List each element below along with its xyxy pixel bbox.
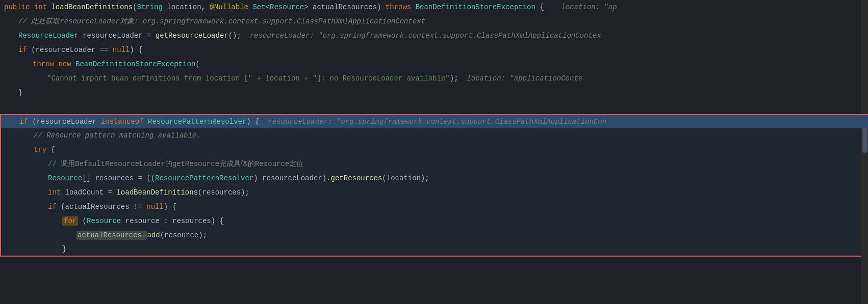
- line-2: // 此处获取resourceLoader对象: org.springframe…: [0, 14, 868, 29]
- keyword-throws: throws: [386, 3, 411, 11]
- type-resourceloader: ResourceLoader: [18, 32, 79, 40]
- comment-cn-1: // 调用DefaultResourceLoader的getResource完成…: [48, 159, 303, 169]
- type-resource-for: Resource: [87, 217, 121, 225]
- type-resource-arr: Resource: [48, 174, 82, 182]
- line-3: ResourceLoader resourceLoader = getResou…: [0, 29, 868, 43]
- hint-resourceloader-2: resourceLoader: "org.springframework.con…: [268, 118, 606, 126]
- keyword-if-1: if: [18, 46, 27, 54]
- type-resource: Resource: [270, 3, 304, 11]
- type-set: Set: [252, 3, 265, 11]
- type-rpr-cast: ResourcePatternResolver: [155, 174, 253, 182]
- comment-pattern: // Resource pattern matching available.: [34, 131, 201, 140]
- type-beandefexc: BeanDefinitionStoreException: [75, 60, 195, 68]
- code-lines: public int loadBeanDefinitions ( String …: [0, 0, 868, 257]
- var-actualresources: actualResources.: [76, 231, 147, 239]
- line-13: Resource [] resources = (( ResourcePatte…: [0, 171, 868, 185]
- type-exception: BeanDefinitionStoreException: [416, 3, 535, 11]
- hint-location: location: "ap: [561, 3, 617, 11]
- line-10: // Resource pattern matching available.: [0, 128, 868, 143]
- code-editor: public int loadBeanDefinitions ( String …: [0, 0, 868, 304]
- line-1: public int loadBeanDefinitions ( String …: [0, 0, 868, 14]
- line-5: throw new BeanDefinitionStoreException (: [0, 57, 868, 71]
- line-14: int loadCount = loadBeanDefinitions (res…: [0, 185, 868, 200]
- line-11: try {: [0, 143, 868, 157]
- line-17: actualResources. add (resource);: [0, 228, 868, 242]
- scrollbar-vertical[interactable]: [861, 0, 868, 304]
- keyword-null-2: null: [146, 203, 164, 211]
- line-15: if (actualResources != null ) {: [0, 200, 868, 214]
- method-name: loadBeanDefinitions: [51, 3, 133, 11]
- line-18: }: [0, 242, 868, 257]
- type-string: String: [137, 3, 163, 11]
- line-8: [0, 100, 868, 114]
- keyword-instanceof: instanceof: [101, 118, 144, 126]
- keyword-if-3: if: [48, 203, 57, 211]
- string-cannot-import: "Cannot import bean definitions from loc…: [47, 74, 450, 82]
- keyword-new-1: new: [58, 60, 71, 68]
- type-resourcepatternresolver: ResourcePatternResolver: [148, 118, 246, 126]
- line-9: if (resourceLoader instanceof ResourcePa…: [0, 114, 868, 128]
- line-12: // 调用DefaultResourceLoader的getResource完成…: [0, 157, 868, 171]
- line-7: }: [0, 86, 868, 100]
- hint-resourceloader-val: resourceLoader: "org.springframework.con…: [250, 32, 601, 40]
- method-add: add: [147, 231, 160, 239]
- method-getresourceloader: getResourceLoader: [156, 32, 228, 40]
- method-getresources: getResources: [331, 174, 382, 182]
- method-loadbeandefs: loadBeanDefinitions: [116, 188, 198, 197]
- keyword-null-1: null: [113, 46, 130, 54]
- comment-1: // 此处获取resourceLoader对象: org.springframe…: [18, 17, 425, 26]
- hint-location-appconte: location: "applicationConte: [467, 74, 582, 82]
- keyword-if-2: if: [19, 118, 28, 126]
- keyword-public: public: [4, 3, 30, 11]
- annotation-nullable: @Nullable: [210, 3, 248, 11]
- keyword-try: try: [34, 146, 46, 154]
- line-4: if (resourceLoader == null ) {: [0, 43, 868, 57]
- keyword-for: for: [62, 216, 78, 226]
- line-16: for ( Resource resource : resources) {: [0, 214, 868, 228]
- keyword-int: int: [34, 3, 47, 11]
- line-6: "Cannot import bean definitions from loc…: [0, 71, 868, 86]
- keyword-throw: throw: [33, 60, 54, 68]
- keyword-int-2: int: [48, 188, 61, 197]
